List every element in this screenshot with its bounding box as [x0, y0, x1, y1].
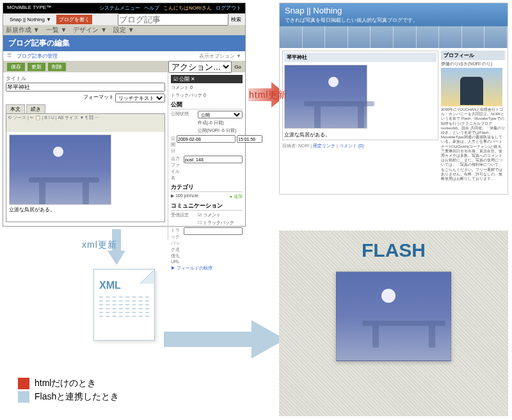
legend: htmlだけのとき Flashと連携したとき: [18, 376, 119, 405]
trackbacks-count: トラックバック 0: [171, 92, 206, 99]
xml-update-label: xml更新: [82, 239, 117, 251]
mt-brand: MOVABLE TYPE™: [7, 4, 51, 12]
tab-body: 本文: [6, 104, 25, 113]
mt-navrow: 新規作成 ▼ 一覧 ▼ デザイン ▼ 設定 ▼: [3, 25, 245, 35]
format-lbl: フォーマット: [83, 93, 114, 102]
profile-text: 2000年にYOUCHANと有限会社トゴル・カンパニーを共同設立。NORIという…: [441, 108, 505, 181]
xml-label: XML: [94, 270, 154, 294]
moon-shape: [53, 147, 63, 157]
flash-panel: FLASH: [279, 230, 508, 416]
format-select: リッチテキスト: [115, 93, 165, 102]
comments-count: コメント 0: [171, 85, 193, 91]
entry-meta: 投稿者: NORI | 固定リンク | コメント (0): [282, 141, 438, 150]
entry-caption: 立派な鳥居がある。: [9, 206, 162, 213]
nav-list: 一覧 ▼: [46, 26, 67, 35]
profile-photo: [441, 68, 502, 106]
tab-more: 続き: [26, 104, 45, 113]
comm-hd: コミュニケーション: [171, 202, 243, 211]
page-title: ブログ記事の編集: [3, 35, 245, 51]
flash-title: FLASH: [279, 230, 508, 266]
wysiwyg-editor: ⟲ ソース | ✂ 📋 | B I U | AB サイズ ▼ ¶ ☷ ⋯ 立派な…: [6, 113, 165, 222]
comm-t: ☐ トラックバック: [198, 220, 234, 226]
status-header: ☑ 公開 ✕: [171, 75, 243, 83]
blog-subtitle: できれば写真を毎日掲載したい個人的な写真ブログです。: [285, 17, 502, 24]
comm-c: ☑ コメント: [198, 212, 221, 218]
blog-sidebar: プロフィール 伊藤のりゆき(NORI のり) 2000年にYOUCHANと有限会…: [441, 51, 505, 190]
title-field: タイトル: [6, 75, 165, 92]
out-lbl: 出力ファイル名: [171, 156, 182, 181]
mt-action-bar: 保存 更新 削除 アクション... Go: [3, 61, 245, 72]
title-input: [6, 83, 165, 92]
update-button: 更新: [28, 63, 45, 71]
site-tab: Snap || Nothing ▼: [7, 15, 54, 24]
comm-s: 受信設定: [171, 212, 196, 218]
nav-settings: 設定 ▼: [113, 26, 134, 35]
html-update-label: html更新: [249, 90, 287, 101]
legend-swatch-blue: [18, 391, 29, 403]
field-order: ▶ フィールドの順序: [171, 265, 212, 271]
arrow-to-flash: [164, 320, 285, 359]
entry-image: [284, 65, 367, 129]
search-input: [118, 13, 228, 26]
profile-name: 伊藤のりゆき(NORI のり): [441, 61, 505, 67]
entry-caption: 立派な鳥居がある。: [284, 131, 436, 138]
legend-swatch-red: [18, 378, 29, 389]
action-select: アクション...: [168, 61, 232, 73]
write-tab: ブログを書く: [56, 15, 92, 24]
mt-sysmenu: システムメニュー: [99, 4, 140, 12]
permalink: 固定リンク: [313, 143, 335, 148]
wysiwyg-toolbar: ⟲ ソース | ✂ 📋 | B I U | AB サイズ ▼ ¶ ☷ ⋯: [6, 114, 164, 132]
save-button: 保存: [7, 63, 25, 71]
mt-help: ヘルプ: [144, 4, 159, 12]
publish-hd: 公開: [171, 101, 243, 109]
legend-flash-linked: Flashと連携したとき: [18, 391, 119, 403]
legend-flash-label: Flashと連携したとき: [35, 391, 119, 403]
legend-html-only: htmlだけのとき: [18, 378, 119, 389]
profile-hd: プロフィール: [441, 51, 505, 60]
delete-button: 削除: [48, 63, 66, 71]
nav-create: 新規作成 ▼: [6, 26, 40, 35]
crumb-path: ブログ記事の管理: [17, 52, 58, 60]
torii-shape: [29, 172, 99, 204]
blog-banner-strip: [280, 26, 508, 48]
state-lbl: 公開状態: [171, 111, 196, 118]
state-d1: 作成(-6 日前): [198, 120, 224, 126]
category-add: ● 追加: [230, 193, 243, 200]
mt-header: MOVABLE TYPE™ システムメニュー ヘルプ こんにちはNORIさん ロ…: [3, 3, 245, 13]
legend-html-label: htmlだけのとき: [35, 378, 96, 389]
search-btn: 検索: [231, 16, 241, 23]
blog-entry: 琴平神社 立派な鳥居がある。: [282, 51, 438, 140]
mt-editor-screenshot: MOVABLE TYPE™ システムメニュー ヘルプ こんにちはNORIさん ロ…: [3, 3, 246, 227]
blog-header: Snap || Nothing できれば写真を毎日掲載したい個人的な写真ブログで…: [280, 3, 508, 26]
entry-image-moon-torii: [9, 134, 111, 205]
date-lbl: 公開日: [171, 135, 175, 154]
title-lbl: タイトル: [6, 76, 26, 81]
entry-title: 琴平神社: [284, 52, 436, 62]
mt-logout: ログアウト: [216, 4, 241, 12]
blog-title: Snap || Nothing: [285, 6, 502, 15]
xml-document-icon: XML: [93, 269, 155, 341]
mt-site-tabs: Snap || Nothing ▼ ブログを書く 検索: [3, 13, 245, 25]
dash-icon: ☰: [7, 52, 12, 60]
blog-preview-screenshot: Snap || Nothing できれば写真を毎日掲載したい個人的な写真ブログで…: [279, 3, 508, 195]
go-button: Go: [234, 64, 241, 70]
category-val: ▶ 100 pinhole: [171, 193, 198, 200]
tb-lbl: トラックバック送信先URL: [171, 227, 182, 264]
mt-greeting: こんにちはNORIさん: [163, 4, 212, 12]
state-d2: 公開(NORI -6 日前): [198, 127, 236, 134]
comments-link: コメント (0): [339, 143, 364, 148]
nav-design: デザイン ▼: [73, 26, 107, 35]
tb-input: [184, 227, 243, 235]
mt-sidebar: ☑ 公開 ✕ コメント 0 トラックバック 0 公開 公開状態公開 作成(-6 …: [168, 72, 245, 240]
out-input: [184, 156, 243, 163]
flash-image: [336, 271, 451, 361]
category-hd: カテゴリ: [171, 183, 243, 192]
state-select: 公開: [198, 111, 243, 118]
date-input: [177, 135, 236, 143]
time-input: [237, 135, 262, 143]
disp-opt: 表示オプション ▼: [199, 52, 241, 60]
